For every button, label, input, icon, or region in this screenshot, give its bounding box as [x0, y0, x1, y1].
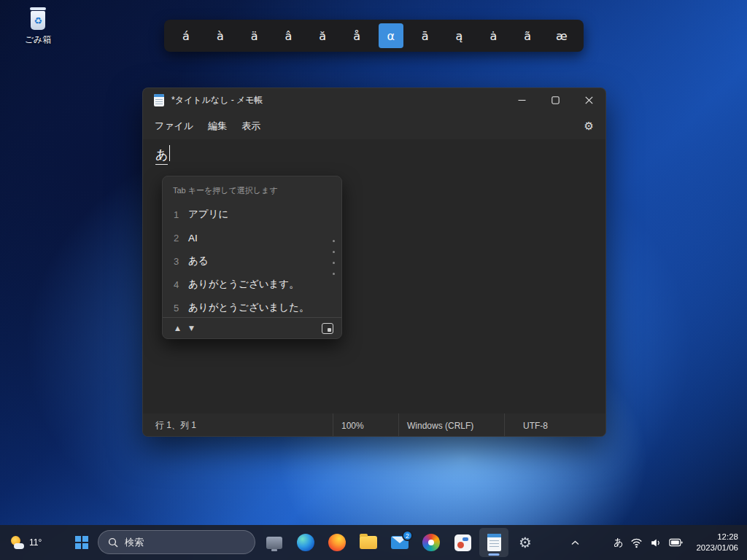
notepad-icon: [487, 534, 501, 551]
weather-widget[interactable]: 11°: [6, 525, 46, 560]
close-button[interactable]: [572, 88, 605, 112]
candidate-text: ある: [188, 254, 209, 268]
candidate-number: 5: [174, 303, 185, 314]
photos-button[interactable]: [417, 528, 446, 557]
accent-char[interactable]: ȧ: [481, 23, 506, 48]
ime-footer: ▲ ▼: [163, 317, 341, 338]
accent-char[interactable]: ā: [413, 23, 438, 48]
ime-candidate[interactable]: 4 ありがとうございます。: [163, 273, 341, 296]
candidate-text: AI: [188, 233, 198, 244]
scrollbar-dot: [333, 240, 335, 242]
start-button[interactable]: [67, 528, 96, 557]
tray-date: 2023/01/06: [696, 542, 738, 553]
recycle-bin-label: ごみ箱: [19, 34, 57, 46]
system-tray: あ 12:28 2023/01/0: [564, 525, 747, 560]
window-title: *タイトルなし - メモ帳: [171, 94, 263, 106]
accent-char[interactable]: à: [208, 23, 233, 48]
accent-char[interactable]: ã: [515, 23, 540, 48]
notepad-statusbar: 行 1、列 1 100% Windows (CRLF) UTF-8: [143, 413, 605, 437]
search-label: 検索: [125, 536, 144, 549]
search-box[interactable]: 検索: [98, 530, 255, 554]
candidate-text: アプリに: [188, 208, 228, 221]
text-caret: [169, 145, 170, 161]
candidate-number: 4: [174, 279, 185, 290]
search-icon: [108, 537, 118, 548]
firefox-icon: [328, 534, 346, 551]
mail-unread-badge: 2: [402, 530, 413, 541]
candidate-number: 3: [174, 256, 185, 267]
accent-char[interactable]: ă: [310, 23, 335, 48]
minimize-button[interactable]: [505, 88, 538, 112]
ime-pad-icon[interactable]: [322, 323, 333, 334]
ime-candidate[interactable]: 1 アプリに: [163, 203, 341, 226]
scrollbar-dot: [333, 273, 335, 275]
recycle-bin-body: ♻: [31, 11, 45, 30]
tray-overflow-button[interactable]: [564, 529, 586, 556]
accent-char[interactable]: ä: [242, 23, 267, 48]
notepad-button[interactable]: [479, 528, 508, 557]
taskbar: 11° 検索 2 ⚙: [0, 525, 747, 560]
ime-composition-text: あ: [155, 147, 168, 165]
status-encoding[interactable]: UTF-8: [504, 413, 605, 437]
wifi-icon: [630, 537, 643, 548]
ime-candidate-list: 1 アプリに 2 AI 3 ある 4 ありがとうございます。 5 ありがとうござ…: [163, 203, 341, 319]
settings-button[interactable]: ⚙: [511, 528, 540, 557]
minimize-icon: [518, 96, 526, 104]
chevron-up-icon: [571, 540, 579, 545]
ime-candidate[interactable]: 5 ありがとうございました。: [163, 296, 341, 319]
menu-file[interactable]: ファイル: [147, 115, 201, 137]
ime-scrollbar[interactable]: [333, 240, 335, 275]
status-zoom-level[interactable]: 100%: [333, 413, 398, 437]
menu-edit[interactable]: 編集: [201, 115, 234, 137]
window-controls: [505, 88, 605, 112]
maximize-icon: [551, 96, 560, 104]
ime-candidate[interactable]: 2 AI: [163, 226, 341, 249]
volume-icon: [650, 537, 662, 548]
task-view-icon: [266, 537, 282, 549]
maximize-button[interactable]: [538, 88, 572, 112]
status-line-ending[interactable]: Windows (CRLF): [398, 413, 504, 437]
ime-mode-indicator: あ: [614, 536, 623, 549]
scrollbar-dot: [333, 262, 335, 264]
accent-char[interactable]: å: [344, 23, 369, 48]
recycle-symbol-icon: ♻: [34, 15, 42, 26]
accent-picker: á à ä â ă å α ā ą ȧ ã æ: [164, 20, 584, 52]
accent-char[interactable]: á: [174, 23, 198, 48]
paint-button[interactable]: [448, 528, 477, 557]
candidate-number: 1: [174, 209, 185, 220]
tray-time: 12:28: [696, 532, 738, 542]
candidate-number: 2: [174, 233, 185, 244]
weather-sun-cloud-icon: [10, 535, 25, 550]
accent-char[interactable]: ą: [447, 23, 472, 48]
candidate-text: ありがとうございました。: [188, 301, 309, 314]
ime-candidate[interactable]: 3 ある: [163, 249, 341, 273]
settings-gear-icon[interactable]: ⚙: [584, 120, 594, 133]
menu-view[interactable]: 表示: [234, 115, 268, 137]
settings-gear-icon: ⚙: [519, 535, 532, 550]
firefox-button[interactable]: [322, 528, 352, 557]
page-down-icon[interactable]: ▼: [185, 324, 198, 332]
accent-char[interactable]: â: [276, 23, 301, 48]
edge-icon: [297, 534, 314, 551]
notepad-menubar: ファイル 編集 表示 ⚙: [143, 112, 605, 139]
running-indicator: [489, 553, 500, 556]
tray-status-area[interactable]: あ: [608, 532, 689, 553]
candidate-text: ありがとうございます。: [188, 278, 299, 291]
taskbar-apps: 2 ⚙: [260, 528, 540, 557]
weather-temperature: 11°: [29, 537, 42, 548]
scrollbar-dot: [333, 251, 335, 253]
notepad-titlebar[interactable]: *タイトルなし - メモ帳: [143, 88, 605, 112]
task-view-button[interactable]: [260, 528, 289, 557]
notepad-app-icon: [154, 94, 164, 106]
accent-char-selected[interactable]: α: [379, 23, 403, 48]
ime-hint-text: Tab キーを押して選択します: [173, 185, 278, 196]
accent-char[interactable]: æ: [549, 23, 574, 48]
recycle-bin-icon: ♻: [27, 7, 49, 32]
ime-candidate-window: Tab キーを押して選択します 1 アプリに 2 AI 3 ある 4 ありがとう…: [162, 176, 342, 339]
page-up-icon[interactable]: ▲: [171, 324, 185, 332]
file-explorer-button[interactable]: [354, 528, 383, 557]
edge-button[interactable]: [291, 528, 320, 557]
mail-button[interactable]: 2: [385, 528, 414, 557]
clock-widget[interactable]: 12:28 2023/01/06: [689, 532, 747, 553]
recycle-bin[interactable]: ♻ ごみ箱: [19, 7, 57, 46]
